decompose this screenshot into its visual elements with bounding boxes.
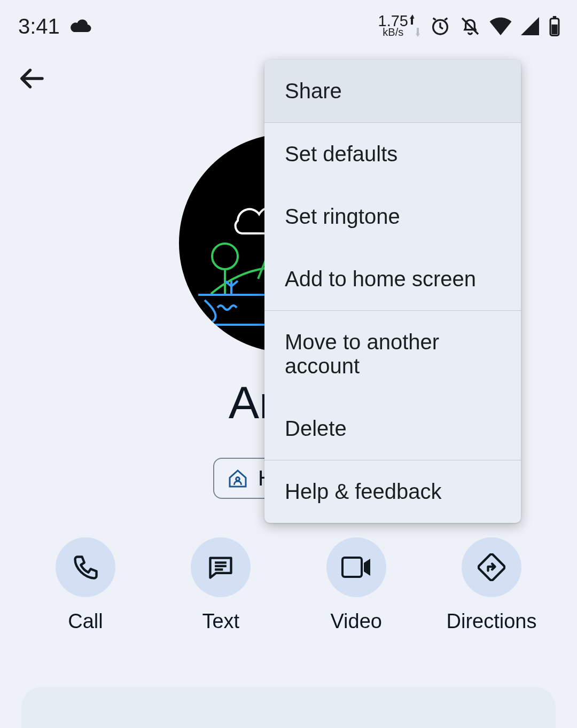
contact-info-card bbox=[21, 687, 556, 728]
phone-icon bbox=[72, 553, 99, 581]
message-icon bbox=[207, 553, 235, 581]
text-label: Text bbox=[202, 610, 239, 633]
household-icon bbox=[227, 468, 248, 489]
cloud-icon bbox=[69, 18, 93, 34]
status-time: 3:41 bbox=[18, 14, 60, 38]
menu-add-home[interactable]: Add to home screen bbox=[264, 248, 521, 310]
menu-delete[interactable]: Delete bbox=[264, 397, 521, 460]
overflow-menu: Share Set defaults Set ringtone Add to h… bbox=[264, 60, 521, 523]
video-label: Video bbox=[330, 610, 382, 633]
svg-point-5 bbox=[212, 244, 238, 269]
call-label: Call bbox=[68, 610, 103, 633]
menu-set-defaults[interactable]: Set defaults bbox=[264, 123, 521, 185]
network-arrows-icon bbox=[409, 14, 421, 38]
menu-help[interactable]: Help & feedback bbox=[264, 460, 521, 523]
status-bar: 3:41 1.75 kB/s bbox=[0, 0, 577, 43]
call-button[interactable]: Call bbox=[32, 537, 139, 633]
alarm-icon bbox=[430, 15, 451, 37]
battery-icon bbox=[548, 16, 561, 36]
video-button[interactable]: Video bbox=[303, 537, 410, 633]
actions-row: Call Text Video Directions bbox=[0, 537, 577, 633]
video-icon bbox=[341, 557, 371, 578]
menu-share[interactable]: Share bbox=[264, 60, 521, 122]
svg-point-6 bbox=[236, 477, 240, 481]
menu-move-account[interactable]: Move to another account bbox=[264, 311, 521, 397]
directions-icon bbox=[478, 553, 505, 581]
wifi-icon bbox=[489, 17, 512, 35]
svg-rect-1 bbox=[553, 16, 556, 19]
network-speed: 1.75 kB/s bbox=[378, 14, 408, 37]
directions-label: Directions bbox=[447, 610, 537, 633]
svg-rect-2 bbox=[551, 25, 557, 34]
notifications-off-icon bbox=[459, 15, 481, 37]
text-button[interactable]: Text bbox=[167, 537, 274, 633]
svg-rect-7 bbox=[342, 558, 362, 577]
cell-signal-icon bbox=[520, 17, 540, 35]
directions-button[interactable]: Directions bbox=[438, 537, 545, 633]
menu-set-ringtone[interactable]: Set ringtone bbox=[264, 185, 521, 248]
